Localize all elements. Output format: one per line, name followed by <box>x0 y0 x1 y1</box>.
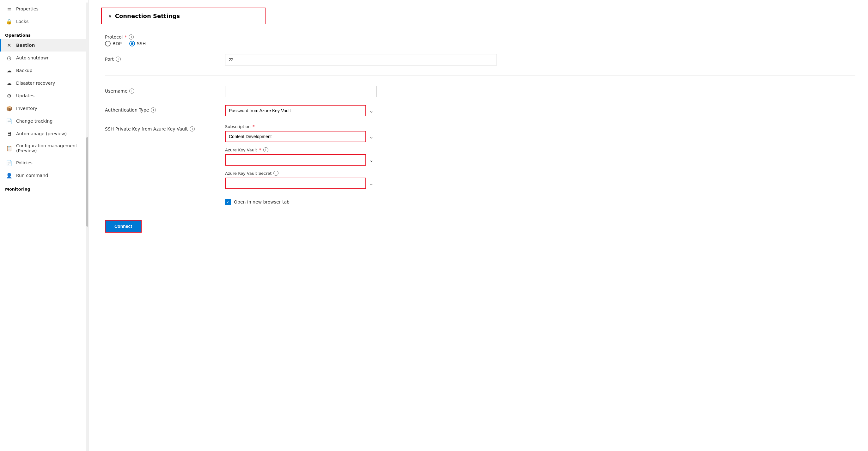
connection-settings-form: Protocol * i RDP SSH <box>101 32 855 233</box>
protocol-label: Protocol * i <box>105 34 225 39</box>
azure-key-vault-secret-subfield: Azure Key Vault Secret i ⌄ <box>225 171 855 189</box>
protocol-info-icon[interactable]: i <box>129 34 134 39</box>
change-tracking-icon: 📄 <box>6 118 12 124</box>
auth-type-label: Authentication Type i <box>105 107 225 112</box>
open-new-tab-label: Open in new browser tab <box>234 199 289 204</box>
sidebar-item-label: Bastion <box>16 43 35 48</box>
username-control-col <box>225 86 855 97</box>
azure-key-vault-secret-label: Azure Key Vault Secret i <box>225 171 855 176</box>
sidebar-section-monitoring: Monitoring <box>0 182 88 193</box>
username-label-col: Username i <box>105 86 225 94</box>
sidebar-item-change-tracking[interactable]: 📄 Change tracking <box>0 115 88 127</box>
ssh-radio-label: SSH <box>137 41 146 46</box>
ssh-private-key-row: SSH Private Key from Azure Key Vault i S… <box>105 124 855 205</box>
sidebar-item-backup[interactable]: ☁ Backup <box>0 64 88 77</box>
auth-type-select-wrapper: Password from Azure Key Vault Password S… <box>225 105 377 116</box>
config-mgmt-icon: 📋 <box>6 145 12 151</box>
subscription-required: * <box>253 124 255 129</box>
run-command-icon: 👤 <box>6 172 12 179</box>
rdp-radio-option[interactable]: RDP <box>105 41 122 46</box>
username-label: Username i <box>105 89 225 94</box>
divider <box>105 75 855 76</box>
required-star: * <box>125 34 127 39</box>
sidebar-section-operations: Operations <box>0 28 88 39</box>
azure-key-vault-info-icon[interactable]: i <box>263 147 268 152</box>
connect-button-col: Connect <box>105 215 225 233</box>
sidebar-item-label: Change tracking <box>16 119 53 124</box>
lock-icon: 🔒 <box>6 18 12 25</box>
rdp-radio-label: RDP <box>113 41 122 46</box>
bastion-icon: ✕ <box>6 42 12 49</box>
sidebar-item-policies[interactable]: 📄 Policies <box>0 156 88 169</box>
sidebar-item-label: Properties <box>16 6 38 11</box>
sidebar-item-label: Backup <box>16 68 32 73</box>
sidebar-item-label: Inventory <box>16 106 37 111</box>
protocol-row: Protocol * i RDP SSH <box>105 32 855 46</box>
azure-key-vault-select-wrapper: ⌄ <box>225 154 377 166</box>
protocol-radio-group: RDP SSH <box>105 39 225 46</box>
sidebar-item-config-mgmt[interactable]: 📋 Configuration management (Preview) <box>0 140 88 156</box>
ssh-private-key-subform: Subscription * Content Development ⌄ <box>225 124 855 205</box>
policies-icon: 📄 <box>6 160 12 166</box>
sidebar-item-auto-shutdown[interactable]: ◷ Auto-shutdown <box>0 52 88 64</box>
sidebar-item-run-command[interactable]: 👤 Run command <box>0 169 88 182</box>
auth-type-control-col: Password from Azure Key Vault Password S… <box>225 105 855 116</box>
open-new-tab-checkbox[interactable] <box>225 199 231 205</box>
inventory-icon: 📦 <box>6 105 12 111</box>
ssh-private-key-control-col: Subscription * Content Development ⌄ <box>225 124 855 205</box>
azure-key-vault-label: Azure Key Vault * i <box>225 147 855 152</box>
auth-type-label-col: Authentication Type i <box>105 105 225 112</box>
azure-key-vault-select[interactable] <box>225 154 377 166</box>
automanage-icon: 🖥 <box>6 131 12 137</box>
port-label: Port i <box>105 57 225 62</box>
sidebar-item-properties[interactable]: ≡ Properties <box>0 3 88 15</box>
protocol-label-col: Protocol * i RDP SSH <box>105 32 225 46</box>
sidebar-item-automanage[interactable]: 🖥 Automanage (preview) <box>0 127 88 140</box>
sidebar-item-label: Updates <box>16 93 34 98</box>
username-input[interactable] <box>225 86 377 97</box>
username-info-icon[interactable]: i <box>129 89 134 94</box>
azure-key-vault-subfield: Azure Key Vault * i ⌄ <box>225 147 855 166</box>
ssh-private-key-info-icon[interactable]: i <box>190 126 195 131</box>
sidebar-item-label: Locks <box>16 19 28 24</box>
port-row: Port i <box>105 54 855 65</box>
rdp-radio-circle <box>105 41 111 46</box>
subscription-select[interactable]: Content Development <box>225 131 377 142</box>
properties-icon: ≡ <box>6 6 12 12</box>
subscription-select-wrapper: Content Development ⌄ <box>225 131 377 142</box>
sidebar-item-label: Disaster recovery <box>16 80 55 86</box>
updates-icon: ⚙ <box>6 93 12 99</box>
ssh-private-key-label: SSH Private Key from Azure Key Vault i <box>105 126 225 131</box>
main-content: ∧ Connection Settings Protocol * i RDP <box>89 0 868 451</box>
connect-button[interactable]: Connect <box>105 220 142 233</box>
open-new-tab-row: Open in new browser tab <box>225 199 855 205</box>
chevron-up-icon: ∧ <box>108 13 112 19</box>
auto-shutdown-icon: ◷ <box>6 55 12 61</box>
sidebar-item-locks[interactable]: 🔒 Locks <box>0 15 88 28</box>
sidebar-item-inventory[interactable]: 📦 Inventory <box>0 102 88 115</box>
ssh-radio-circle <box>129 41 135 46</box>
sidebar-item-label: Auto-shutdown <box>16 55 50 60</box>
username-row: Username i <box>105 86 855 97</box>
azure-key-vault-secret-select-wrapper: ⌄ <box>225 178 377 189</box>
sidebar-item-bastion[interactable]: ✕ Bastion <box>0 39 88 52</box>
subscription-subfield: Subscription * Content Development ⌄ <box>225 124 855 142</box>
backup-icon: ☁ <box>6 67 12 74</box>
sidebar-item-label: Run command <box>16 173 48 178</box>
auth-type-select[interactable]: Password from Azure Key Vault Password S… <box>225 105 377 116</box>
subscription-label: Subscription * <box>225 124 855 129</box>
port-label-col: Port i <box>105 54 225 62</box>
sidebar-item-label: Automanage (preview) <box>16 131 67 136</box>
azure-key-vault-secret-select[interactable] <box>225 178 377 189</box>
sidebar-item-disaster-recovery[interactable]: ☁ Disaster recovery <box>0 77 88 90</box>
port-control-col <box>225 54 855 65</box>
auth-type-info-icon[interactable]: i <box>151 107 156 112</box>
connection-settings-header[interactable]: ∧ Connection Settings <box>101 8 266 24</box>
ssh-radio-option[interactable]: SSH <box>129 41 146 46</box>
azure-key-vault-secret-info-icon[interactable]: i <box>273 171 278 176</box>
sidebar-item-updates[interactable]: ⚙ Updates <box>0 90 88 102</box>
port-input[interactable] <box>225 54 497 65</box>
port-info-icon[interactable]: i <box>116 57 121 62</box>
ssh-private-key-label-col: SSH Private Key from Azure Key Vault i <box>105 124 225 131</box>
auth-type-row: Authentication Type i Password from Azur… <box>105 105 855 116</box>
